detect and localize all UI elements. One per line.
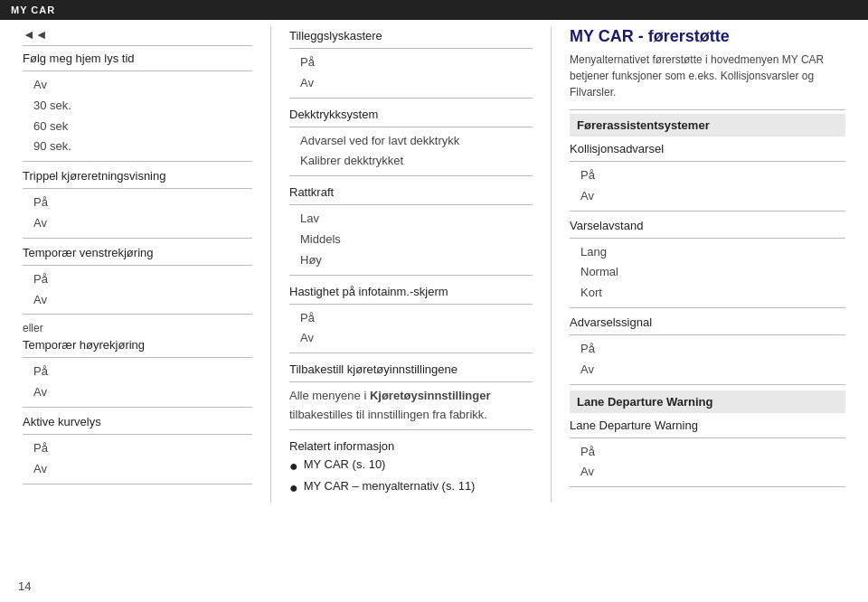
list-item: 60 sek: [23, 117, 252, 137]
section-label: Trippel kjøreretningsvisning: [23, 167, 252, 184]
list-item: På: [23, 438, 252, 459]
list-item: Av: [570, 186, 845, 207]
section-relatert: Relatert informasjon ● MY CAR (s. 10) ● …: [289, 437, 533, 498]
list-item: På: [23, 362, 252, 382]
bullet-item: ● MY CAR – menyalternativ (s. 11): [289, 479, 533, 498]
bullet-item: ● MY CAR (s. 10): [289, 457, 533, 476]
highlight-box: Førerassistentsystemer: [570, 114, 845, 136]
back-arrow-icon: ◄◄: [23, 27, 48, 42]
lane-departure-sublabel: Lane Departure Warning: [570, 417, 845, 434]
section-tilbakestill: Tilbakestill kjøretøyinnstillingene Alle…: [289, 361, 533, 430]
section-venstre: Temporær venstrekjøring På Av: [23, 244, 252, 315]
section-folg-meg: Følg meg hjem lys tid Av 30 sek. 60 sek …: [23, 50, 252, 162]
tilbakestill-end: tilbakestilles til innstillingen fra fab…: [289, 408, 487, 421]
page-title: MY CAR: [11, 5, 55, 15]
section-label: Rattkraft: [289, 183, 533, 201]
list-item: På: [570, 442, 845, 463]
section-label: Varselavstand: [570, 217, 845, 234]
page-header: MY CAR: [0, 0, 868, 20]
bullet-icon: ●: [289, 479, 298, 498]
right-column: MY CAR - førerstøtte Menyalternativet fø…: [552, 27, 850, 503]
list-item: På: [570, 339, 845, 360]
left-column: ◄◄ Følg meg hjem lys tid Av 30 sek. 60 s…: [18, 27, 271, 503]
list-item: På: [23, 193, 252, 213]
right-panel-desc: Menyalternativet førerstøtte i hovedmeny…: [570, 52, 845, 100]
list-item: Av: [23, 75, 252, 96]
bullet-text: MY CAR – menyalternativ (s. 11): [304, 479, 476, 493]
section-label: Tilleggslyskastere: [289, 27, 533, 44]
lane-departure-header: Lane Departure Warning: [570, 390, 845, 413]
list-item: Lav: [289, 209, 533, 230]
page-number: 14: [18, 579, 31, 593]
list-item: Advarsel ved for lavt dekktrykk: [289, 131, 533, 152]
list-item: På: [23, 269, 252, 290]
list-item: På: [289, 308, 533, 329]
right-panel-title: MY CAR - førerstøtte: [570, 27, 845, 46]
section-label: Følg meg hjem lys tid: [23, 50, 252, 67]
tilbakestill-body-text: Alle menyene i: [289, 389, 366, 402]
list-item: Av: [23, 213, 252, 234]
list-item: Av: [570, 360, 845, 381]
list-item: Av: [570, 462, 845, 483]
list-item: Kort: [570, 283, 845, 304]
section-kurvelys: Aktive kurvelys På Av: [23, 413, 252, 484]
eller-label: eller: [23, 320, 252, 336]
section-label: Hastighet på infotainm.-skjerm: [289, 283, 533, 300]
section-label: Relatert informasjon: [289, 437, 533, 455]
list-item: Av: [289, 73, 533, 94]
bullet-icon: ●: [289, 457, 298, 476]
list-item: Middels: [289, 230, 533, 250]
section-dekk: Dekktrykksystem Advarsel ved for lavt de…: [289, 106, 533, 177]
list-item: Av: [289, 328, 533, 349]
section-label: Aktive kurvelys: [23, 413, 252, 430]
list-item: Kalibrer dekktrykket: [289, 151, 533, 172]
list-item: Lang: [570, 242, 845, 263]
list-item: Normal: [570, 262, 845, 283]
list-item: På: [570, 165, 845, 186]
section-label: Advarselssignal: [570, 314, 845, 331]
section-hastighet: Hastighet på infotainm.-skjerm På Av: [289, 283, 533, 354]
tilbakestill-body: Alle menyene i Kjøretøysinnstillinger ti…: [289, 386, 533, 426]
section-label: Dekktrykksystem: [289, 106, 533, 123]
mid-column: Tilleggslyskastere På Av Dekktrykksystem…: [271, 27, 552, 503]
section-trippel: Trippel kjøreretningsvisning På Av: [23, 167, 252, 239]
list-item: Av: [23, 290, 252, 311]
section-advarsel: Advarselssignal På Av: [570, 314, 845, 385]
list-item: Av: [23, 459, 252, 480]
section-label: Tilbakestill kjøretøyinnstillingene: [289, 361, 533, 378]
section-label: Temporær venstrekjøring: [23, 244, 252, 261]
section-rattkraft: Rattkraft Lav Middels Høy: [289, 183, 533, 275]
list-item: Høy: [289, 250, 533, 271]
section-tillegg: Tilleggslyskastere På Av: [289, 27, 533, 99]
list-item: Av: [23, 382, 252, 403]
section-hoyre: Temporær høyrekjøring På Av: [23, 336, 252, 408]
list-item: 90 sek.: [23, 136, 252, 157]
section-varsel: Varselavstand Lang Normal Kort: [570, 217, 845, 308]
section-label: Kollisjonsadvarsel: [570, 140, 845, 157]
list-item: På: [289, 52, 533, 73]
bullet-text: MY CAR (s. 10): [304, 457, 386, 471]
tilbakestill-bold: Kjøretøysinnstillinger: [370, 389, 491, 402]
section-lane-departure: Lane Departure Warning Lane Departure Wa…: [570, 390, 845, 488]
section-kollisjon: Kollisjonsadvarsel På Av: [570, 140, 845, 212]
section-label: Temporær høyrekjøring: [23, 336, 252, 353]
list-item: 30 sek.: [23, 96, 252, 117]
